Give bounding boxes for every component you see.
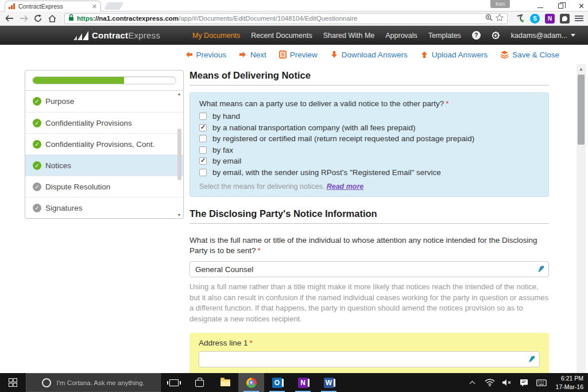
taskbar-onenote-button[interactable]: N xyxy=(290,373,316,392)
nav-item-recent-documents[interactable]: Recent Documents xyxy=(251,32,312,40)
browser-tab[interactable]: ContractExpress ✕ xyxy=(5,1,101,11)
skype-extension-icon[interactable]: S xyxy=(530,14,540,24)
sidebar-item-label: Notices xyxy=(45,161,71,170)
tray-action-center-button[interactable] xyxy=(517,379,532,387)
page-scrollbar[interactable]: ▲ xyxy=(577,64,586,373)
progress-section xyxy=(25,71,183,91)
tab-close-icon[interactable]: ✕ xyxy=(92,3,97,10)
nav-item-approvals[interactable]: Approvals xyxy=(385,32,417,40)
taskbar-outlook-button[interactable]: O xyxy=(264,373,290,392)
checkbox[interactable] xyxy=(199,124,207,131)
sidebar-item-confidentiality-provisions-cont[interactable]: ✓ Confidentiality Provisions, Cont. xyxy=(25,133,183,154)
address-bar[interactable]: https://na1.contractexpress.com/app/#/Do… xyxy=(64,13,508,24)
option-by-email[interactable]: by email xyxy=(199,156,539,167)
notice-recipient-field-wrap xyxy=(189,261,549,277)
sidebar-item-signatures[interactable]: ✓ Signatures xyxy=(25,197,183,218)
address-line-1-input[interactable] xyxy=(199,351,540,367)
checkbox[interactable] xyxy=(199,157,207,165)
progress-bar-fill xyxy=(33,77,124,84)
sidebar-item-notices[interactable]: ✓ Notices xyxy=(25,154,183,176)
nav-item-templates[interactable]: Templates xyxy=(428,32,461,40)
sidebar-item-label: Signatures xyxy=(45,204,83,212)
back-button[interactable] xyxy=(5,14,14,23)
checkbox[interactable] xyxy=(199,112,207,120)
new-tab-button[interactable] xyxy=(104,2,123,10)
window-minimize-button[interactable] xyxy=(537,7,543,8)
bookmark-star-icon[interactable] xyxy=(496,13,504,24)
home-button[interactable] xyxy=(48,14,57,23)
scroll-thumb[interactable] xyxy=(177,129,181,180)
user-account-menu[interactable]: kadams@adam... xyxy=(511,32,575,40)
scroll-up-icon[interactable]: ▲ xyxy=(177,92,181,96)
option-label: by email, with the sender using RPost's … xyxy=(212,168,441,177)
site-menu: My Documents Recent Documents Shared Wit… xyxy=(192,31,575,40)
preview-button[interactable]: Preview xyxy=(279,51,318,59)
required-marker: * xyxy=(446,99,448,108)
volume-muted-icon xyxy=(502,379,512,386)
zoom-in-page-icon[interactable] xyxy=(485,13,493,24)
taskbar-file-explorer-button[interactable] xyxy=(212,373,238,392)
settings-gear-icon[interactable] xyxy=(492,31,500,40)
chevron-down-icon xyxy=(571,34,575,37)
download-answers-button[interactable]: Download Answers xyxy=(330,51,408,59)
help-icon[interactable]: ? xyxy=(472,31,481,40)
contractexpress-logo[interactable]: ContractExpress xyxy=(74,30,160,40)
screen: ContractExpress ✕ Ken ✕ https xyxy=(0,0,588,392)
cortana-icon xyxy=(42,378,51,387)
questionnaire-page: ✓ Purpose ✓ Confidentiality Provisions ✓… xyxy=(0,64,588,373)
forward-button[interactable] xyxy=(19,14,28,23)
option-registered-mail[interactable]: by registered or certified mail (return … xyxy=(199,133,539,145)
tray-show-hidden-icons-button[interactable] xyxy=(465,380,480,386)
checkbox[interactable] xyxy=(199,135,207,142)
next-button[interactable]: Next xyxy=(239,51,266,59)
upload-answers-button[interactable]: Upload Answers xyxy=(420,51,488,59)
outlook-icon: O xyxy=(272,378,283,388)
browser-menu-icon[interactable] xyxy=(575,15,583,21)
option-by-fax[interactable]: by fax xyxy=(199,145,539,156)
start-button[interactable] xyxy=(0,373,26,392)
taskbar-store-button[interactable] xyxy=(187,373,212,392)
cortana-prompt-text: I'm Cortana. Ask me anything. xyxy=(56,379,144,386)
chevron-up-icon xyxy=(470,381,475,386)
option-rpost-registered-email[interactable]: by email, with the sender using RPost's … xyxy=(199,167,539,178)
scroll-thumb[interactable] xyxy=(578,75,585,145)
read-more-link[interactable]: Read more xyxy=(327,183,364,191)
sidebar-item-dispute-resolution[interactable]: ✓ Dispute Resolution xyxy=(25,176,183,197)
previous-button[interactable]: Previous xyxy=(185,51,227,59)
extension-pin-icon[interactable] xyxy=(515,14,525,24)
windows-taskbar: I'm Cortana. Ask me anything. O N W 6:21… xyxy=(0,373,588,392)
system-tray: 6:21 PM 17-Mar-16 xyxy=(465,373,588,392)
reload-button[interactable] xyxy=(33,14,42,23)
scroll-up-icon[interactable]: ▲ xyxy=(577,64,586,72)
taskbar-word-button[interactable]: W xyxy=(316,373,342,392)
window-close-button[interactable]: ✕ xyxy=(578,2,585,10)
tray-wifi-button[interactable] xyxy=(482,379,497,386)
option-national-transportation[interactable]: by a national transportation company (wi… xyxy=(199,122,539,134)
section-list: ✓ Purpose ✓ Confidentiality Provisions ✓… xyxy=(25,91,183,218)
answer-pen-icon xyxy=(536,265,544,275)
nav-item-my-documents[interactable]: My Documents xyxy=(192,32,240,40)
browser-profile-chip[interactable]: Ken xyxy=(490,0,510,8)
onenote-extension-icon[interactable]: N xyxy=(545,14,555,24)
required-marker: * xyxy=(250,339,253,347)
browser-toolbar: https://na1.contractexpress.com/app/#/Do… xyxy=(0,11,588,26)
tray-volume-button[interactable] xyxy=(500,379,514,386)
task-view-button[interactable] xyxy=(161,373,187,392)
sidebar-item-confidentiality-provisions[interactable]: ✓ Confidentiality Provisions xyxy=(25,112,183,133)
dark-extension-icon[interactable] xyxy=(560,14,570,24)
sidebar-item-purpose[interactable]: ✓ Purpose xyxy=(25,91,183,112)
save-close-button[interactable]: Save & Close xyxy=(500,51,559,59)
taskbar-clock[interactable]: 6:21 PM 17-Mar-16 xyxy=(551,374,583,390)
scroll-down-icon[interactable]: ▼ xyxy=(177,213,181,217)
taskbar-chrome-button[interactable] xyxy=(238,373,264,392)
nav-item-shared-with-me[interactable]: Shared With Me xyxy=(323,32,375,40)
option-by-hand[interactable]: by hand xyxy=(199,111,539,122)
checkbox[interactable] xyxy=(199,169,207,176)
sidebar-scrollbar[interactable]: ▲ ▼ xyxy=(176,92,182,217)
cortana-search-box[interactable]: I'm Cortana. Ask me anything. xyxy=(26,373,161,392)
window-restore-button[interactable] xyxy=(558,3,563,9)
means-help-text: Select the means for delivering notices.… xyxy=(199,183,539,191)
checkbox[interactable] xyxy=(199,146,207,154)
tray-touch-keyboard-button[interactable] xyxy=(534,379,549,386)
notice-recipient-input[interactable] xyxy=(189,261,549,277)
